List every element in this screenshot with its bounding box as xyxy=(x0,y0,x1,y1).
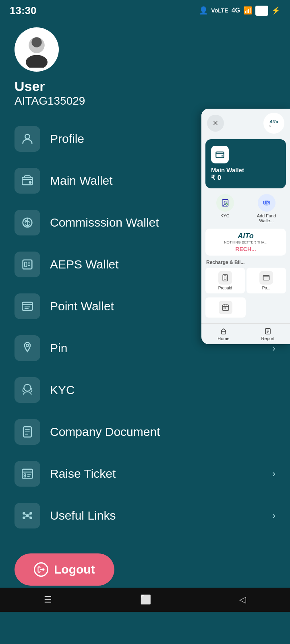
menu-item-kyc[interactable]: KYC xyxy=(6,370,284,410)
overlay-grid-po[interactable]: Po... xyxy=(246,268,286,293)
sys-nav-home[interactable]: ⬜ xyxy=(140,594,151,605)
raise-ticket-icon xyxy=(14,461,40,487)
profile-icon xyxy=(14,126,40,152)
svg-point-2 xyxy=(26,55,48,68)
aeps-wallet-icon xyxy=(14,252,40,277)
kyc-action-icon xyxy=(216,194,234,212)
overlay-nav-report-label: Report xyxy=(261,336,274,341)
po-label: Po... xyxy=(262,286,271,290)
battery-badge: 22 xyxy=(255,6,268,16)
banner-recharge: RECH... xyxy=(235,246,256,252)
person-icon: 👤 xyxy=(199,6,208,15)
svg-rect-46 xyxy=(263,275,269,280)
overlay-close-button[interactable]: × xyxy=(207,115,224,132)
menu-item-raise-ticket[interactable]: Raise Ticket › xyxy=(6,454,284,494)
svg-point-39 xyxy=(224,201,226,203)
commission-wallet-icon xyxy=(14,210,40,235)
svg-point-3 xyxy=(25,134,29,138)
point-wallet-icon xyxy=(14,293,40,319)
overlay-panel: × AITag Main Wallet ₹ 0 xyxy=(201,109,290,344)
svg-rect-53 xyxy=(225,308,226,309)
banner-subtitle: NOTHING BETTER THA... xyxy=(224,240,267,244)
signal-icon: 📶 xyxy=(243,6,252,15)
overlay-grid-calendar[interactable] xyxy=(205,297,246,318)
kyc-action-label: KYC xyxy=(220,213,230,218)
menu-label-useful-links: Useful Links xyxy=(50,509,272,522)
banner-logo: AITo xyxy=(238,232,253,240)
svg-rect-24 xyxy=(24,476,26,477)
svg-rect-8 xyxy=(25,262,27,266)
kyc-icon xyxy=(14,377,40,403)
system-nav-bar: ☰ ⬜ ◁ xyxy=(0,588,290,612)
user-id: AITAG135029 xyxy=(14,95,276,107)
user-section: User AITAG135029 xyxy=(0,21,290,119)
svg-line-34 xyxy=(25,516,27,517)
overlay-wallet-card: Main Wallet ₹ 0 xyxy=(205,139,286,188)
status-time: 13:30 xyxy=(10,4,37,17)
status-icons: 👤 VoLTE 4G 📶 22 ⚡ xyxy=(199,6,280,16)
overlay-action-add-fund[interactable]: UPI Add FundWalle... xyxy=(247,194,286,223)
prepaid-icon xyxy=(218,271,232,285)
overlay-nav-home-label: Home xyxy=(218,336,229,341)
avatar xyxy=(14,27,59,72)
overlay-calendar-row xyxy=(201,295,290,320)
menu-item-useful-links[interactable]: Useful Links › xyxy=(6,495,284,536)
volte-icon: VoLTE xyxy=(211,7,228,14)
wallet-card-title: Main Wallet xyxy=(211,167,244,173)
calendar-icon xyxy=(219,301,232,314)
overlay-actions: KYC UPI Add FundWalle... xyxy=(201,190,290,227)
charging-icon: ⚡ xyxy=(271,6,280,15)
logout-label: Logout xyxy=(54,563,95,576)
svg-rect-12 xyxy=(22,302,33,310)
overlay-grid-prepaid[interactable]: Prepaid xyxy=(205,268,245,293)
main-wallet-icon xyxy=(14,168,40,194)
menu-label-company-document: Company Document xyxy=(50,425,276,439)
arrow-raise-ticket: › xyxy=(272,468,276,479)
overlay-nav-report[interactable]: Report xyxy=(246,324,290,344)
svg-rect-54 xyxy=(222,331,226,334)
4g-icon: 4G xyxy=(232,7,240,14)
svg-line-33 xyxy=(28,514,30,515)
logout-icon xyxy=(34,562,48,577)
overlay-action-kyc[interactable]: KYC xyxy=(205,194,244,223)
svg-line-35 xyxy=(28,516,30,517)
menu-label-kyc: KYC xyxy=(50,383,276,397)
overlay-bottom-nav: Home Report xyxy=(201,323,290,344)
logout-button[interactable]: Logout xyxy=(14,553,114,586)
svg-point-5 xyxy=(29,182,31,183)
pin-icon xyxy=(14,335,40,361)
sys-nav-back[interactable]: ◁ xyxy=(239,594,246,605)
add-fund-action-icon: UPI xyxy=(258,194,276,212)
arrow-useful-links: › xyxy=(272,510,276,521)
overlay-banner: AITo NOTHING BETTER THA... RECH... xyxy=(205,229,286,256)
useful-links-icon xyxy=(14,503,40,528)
svg-rect-23 xyxy=(24,474,26,475)
overlay-logo: AITag xyxy=(263,113,284,134)
svg-rect-52 xyxy=(224,308,225,309)
overlay-nav-home[interactable]: Home xyxy=(201,324,246,344)
svg-point-37 xyxy=(222,155,223,157)
user-name: User xyxy=(14,78,276,95)
svg-rect-45 xyxy=(224,277,226,280)
svg-rect-43 xyxy=(223,275,228,281)
svg-rect-4 xyxy=(22,177,33,184)
svg-text:UPI: UPI xyxy=(263,200,270,205)
svg-rect-36 xyxy=(216,152,224,158)
add-fund-action-label: Add FundWalle... xyxy=(257,213,276,223)
company-document-icon xyxy=(14,419,40,445)
overlay-grid: Prepaid Po... xyxy=(201,266,290,295)
svg-point-1 xyxy=(31,37,41,47)
sys-nav-menu[interactable]: ☰ xyxy=(44,594,52,605)
wallet-card-icon xyxy=(211,146,229,163)
svg-line-32 xyxy=(25,514,27,515)
wallet-card-amount: ₹ 0 xyxy=(211,173,221,182)
prepaid-label: Prepaid xyxy=(218,286,232,290)
menu-label-raise-ticket: Raise Ticket xyxy=(50,467,272,481)
overlay-close-bar: × AITag xyxy=(201,109,290,138)
overlay-section-title: Recharge & Bil... xyxy=(201,257,290,266)
po-icon xyxy=(259,271,273,285)
status-bar: 13:30 👤 VoLTE 4G 📶 22 ⚡ xyxy=(0,0,290,21)
menu-item-company-document[interactable]: Company Document xyxy=(6,412,284,452)
svg-point-16 xyxy=(26,344,29,347)
